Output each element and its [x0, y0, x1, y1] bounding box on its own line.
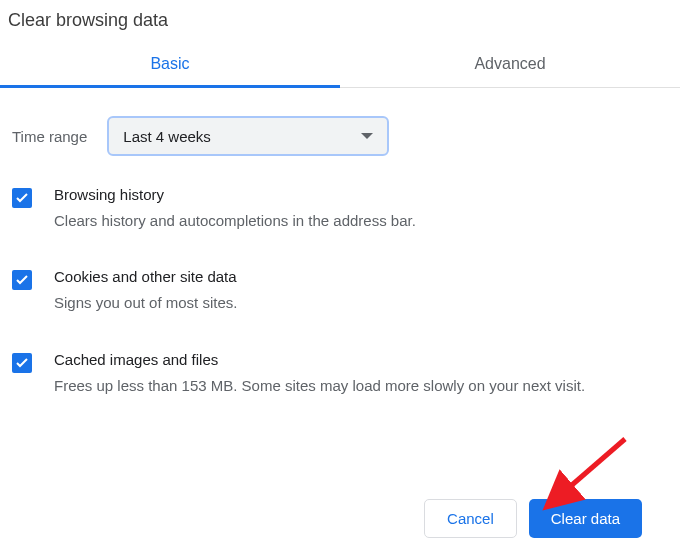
option-desc: Clears history and autocompletions in th… [54, 209, 668, 232]
svg-line-1 [550, 439, 625, 504]
option-text: Browsing history Clears history and auto… [54, 186, 668, 232]
options-list: Browsing history Clears history and auto… [0, 156, 680, 397]
checkbox-cookies[interactable] [12, 270, 32, 290]
time-range-selected: Last 4 weeks [123, 128, 211, 145]
option-title: Cookies and other site data [54, 268, 668, 285]
option-cached: Cached images and files Frees up less th… [12, 351, 668, 397]
tab-advanced[interactable]: Advanced [340, 45, 680, 87]
checkbox-cached[interactable] [12, 353, 32, 373]
option-browsing-history: Browsing history Clears history and auto… [12, 186, 668, 232]
option-text: Cookies and other site data Signs you ou… [54, 268, 668, 314]
dialog-buttons: Cancel Clear data [424, 499, 642, 538]
option-text: Cached images and files Frees up less th… [54, 351, 668, 397]
option-desc: Signs you out of most sites. [54, 291, 668, 314]
time-range-label: Time range [12, 128, 87, 145]
option-title: Cached images and files [54, 351, 668, 368]
clear-data-button[interactable]: Clear data [529, 499, 642, 538]
option-cookies: Cookies and other site data Signs you ou… [12, 268, 668, 314]
dialog-title: Clear browsing data [0, 0, 680, 45]
checkmark-icon [16, 193, 28, 203]
chevron-down-icon [361, 133, 373, 139]
option-title: Browsing history [54, 186, 668, 203]
checkmark-icon [16, 275, 28, 285]
option-desc: Frees up less than 153 MB. Some sites ma… [54, 374, 668, 397]
cancel-button[interactable]: Cancel [424, 499, 517, 538]
tabs: Basic Advanced [0, 45, 680, 88]
time-range-dropdown[interactable]: Last 4 weeks [107, 116, 389, 156]
checkmark-icon [16, 358, 28, 368]
checkbox-browsing-history[interactable] [12, 188, 32, 208]
time-range-row: Time range Last 4 weeks [0, 88, 680, 156]
tab-basic[interactable]: Basic [0, 45, 340, 87]
